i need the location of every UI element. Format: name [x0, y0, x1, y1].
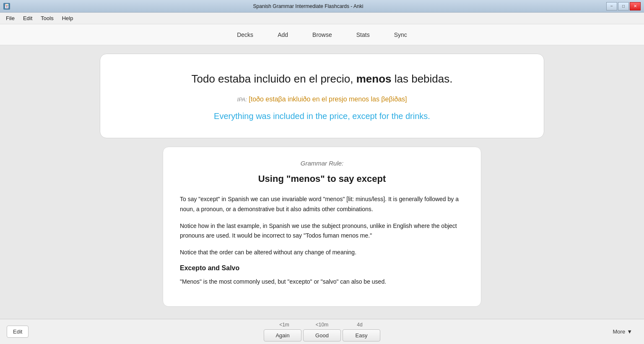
edit-button[interactable]: Edit	[7, 326, 29, 338]
easy-button[interactable]: Easy	[343, 329, 380, 341]
more-arrow-icon: ▼	[627, 328, 632, 335]
menu-edit[interactable]: Edit	[19, 13, 36, 23]
toolbar-browse[interactable]: Browse	[306, 29, 338, 41]
toolbar-decks[interactable]: Decks	[231, 29, 259, 41]
answer-row: Again Good Easy	[264, 329, 380, 341]
grammar-subtitle: Excepto and Salvo	[180, 264, 464, 272]
grammar-para-2: Notice how in the last example, in Spani…	[180, 221, 464, 241]
grammar-label: Grammar Rule:	[180, 160, 464, 167]
title-bar: 🃏 Spanish Grammar Intermediate Flashcard…	[0, 0, 644, 13]
flashcard: Todo estaba incluido en el precio, menos…	[100, 54, 544, 138]
window-title: Spanish Grammar Intermediate Flashcards …	[253, 3, 364, 9]
toolbar-sync[interactable]: Sync	[388, 29, 413, 41]
grammar-title: Using "menos" to say except	[180, 173, 464, 184]
more-button[interactable]: More ▼	[608, 326, 638, 337]
menu-bar: File Edit Tools Help	[0, 13, 644, 24]
ipa-line: IPA: [toðo estaβa inkluiðo en el presjo …	[125, 96, 519, 103]
sentence: Todo estaba incluido en el precio, menos…	[125, 71, 519, 87]
minimize-button[interactable]: −	[606, 2, 617, 10]
sentence-bold-word: menos	[356, 72, 392, 85]
toolbar-add[interactable]: Add	[272, 29, 294, 41]
menu-tools[interactable]: Tools	[36, 13, 57, 23]
answer-buttons: <1m <10m 4d Again Good Easy	[264, 322, 380, 341]
bottom-bar: Edit <1m <10m 4d Again Good Easy More ▼	[0, 319, 644, 344]
ipa-text: [toðo estaβa inkluiðo en el presjo menos…	[249, 96, 407, 103]
main-content: Todo estaba incluido en el precio, menos…	[0, 45, 644, 319]
grammar-para-1: To say "except" in Spanish we can use in…	[180, 194, 464, 215]
menu-help[interactable]: Help	[58, 13, 78, 23]
again-button[interactable]: Again	[264, 329, 301, 341]
timing-again: <1m	[265, 322, 303, 328]
grammar-body: To say "except" in Spanish we can use in…	[180, 194, 464, 287]
good-button[interactable]: Good	[303, 329, 341, 341]
timing-row: <1m <10m 4d	[265, 322, 379, 328]
grammar-para-3: Notice that the order can be altered wit…	[180, 248, 464, 258]
app-icon: 🃏	[3, 3, 10, 10]
grammar-card: Grammar Rule: Using "menos" to say excep…	[163, 147, 481, 307]
timing-good: <10m	[303, 322, 341, 328]
ipa-label: IPA:	[237, 96, 247, 103]
close-button[interactable]: ✕	[630, 2, 641, 10]
restore-button[interactable]: □	[618, 2, 629, 10]
sentence-before-bold: Todo estaba incluido en el precio,	[192, 72, 356, 85]
window-controls: − □ ✕	[606, 2, 641, 10]
toolbar: Decks Add Browse Stats Sync	[0, 24, 644, 45]
menu-file[interactable]: File	[2, 13, 19, 23]
sentence-after-bold: las bebidas.	[391, 72, 452, 85]
more-label: More	[613, 328, 626, 335]
translation: Everything was included in the price, ex…	[125, 111, 519, 121]
toolbar-stats[interactable]: Stats	[351, 29, 376, 41]
grammar-subtitle-para: "Menos" is the most commonly used, but "…	[180, 277, 464, 287]
timing-easy: 4d	[341, 322, 379, 328]
